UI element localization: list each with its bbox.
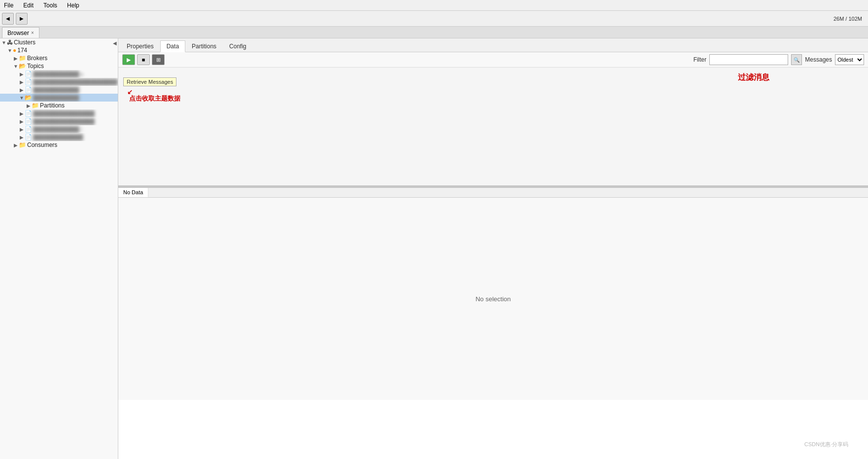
- browser-tab-label: Browser: [7, 30, 29, 36]
- tree-topic-selected[interactable]: ▼ 📂 ████████████: [0, 94, 118, 102]
- grid-btn[interactable]: ⊞: [152, 54, 165, 65]
- no-selection-text: No selection: [476, 295, 511, 303]
- tab-partitions[interactable]: Partitions: [185, 40, 223, 52]
- bottom-content: No selection: [118, 198, 868, 400]
- browser-tabbar: Browser ×: [0, 27, 868, 38]
- tab-properties[interactable]: Properties: [120, 40, 160, 52]
- bottom-tab-nodata[interactable]: No Data: [118, 188, 148, 197]
- bottom-tabs: No Data: [118, 188, 868, 198]
- menu-tools[interactable]: Tools: [41, 1, 59, 10]
- topic-selected-toggle[interactable]: ▼: [19, 95, 25, 101]
- topic-2-icon: 📄: [25, 78, 32, 85]
- bottom-panel: No Data No selection: [118, 188, 868, 400]
- partitions-icon: 📁: [32, 102, 39, 109]
- tab-data[interactable]: Data: [160, 40, 185, 52]
- partitions-toggle[interactable]: ▶: [26, 103, 32, 108]
- topic-5-label: ████████████████: [33, 110, 95, 116]
- cluster-icon: ●: [13, 47, 16, 54]
- topic-6-label: ████████████████: [33, 118, 95, 124]
- tree-brokers[interactable]: ▶ 📁 Brokers: [0, 54, 118, 62]
- topic-selected-icon: 📂: [25, 94, 32, 101]
- partitions-label: Partitions: [40, 102, 65, 109]
- menu-file[interactable]: File: [2, 1, 15, 10]
- topic-2-toggle[interactable]: ▶: [19, 79, 25, 85]
- main-layout: ◀ ▼ 🖧 Clusters ▼ ● 174 ▶ 📁 Brokers ▼ 📂 T…: [0, 38, 868, 459]
- toolbar-btn-forward[interactable]: ▶: [16, 13, 28, 25]
- tree-topic-8[interactable]: ▶ 📄 █████████████: [0, 133, 118, 141]
- cluster-174-toggle[interactable]: ▼: [7, 48, 13, 53]
- topic-8-label: █████████████: [33, 134, 83, 140]
- topic-3-label: ████████████: [33, 87, 79, 93]
- tree-partitions[interactable]: ▶ 📁 Partitions: [0, 102, 118, 109]
- browser-tab-close[interactable]: ×: [31, 30, 34, 35]
- menu-edit[interactable]: Edit: [21, 1, 35, 10]
- content-tabs: Properties Data Partitions Config: [118, 38, 868, 52]
- topic-1-icon: 📄: [25, 71, 32, 77]
- stop-btn[interactable]: ■: [137, 54, 150, 65]
- topics-icon: 📂: [19, 63, 26, 70]
- topic-3-icon: 📄: [25, 86, 32, 93]
- play-btn[interactable]: ▶: [122, 54, 135, 65]
- tree-topic-6[interactable]: ▶ 📄 ████████████████: [0, 117, 118, 125]
- clusters-toggle[interactable]: ▼: [1, 40, 7, 45]
- tree-topic-3[interactable]: ▶ 📄 ████████████: [0, 86, 118, 94]
- sidebar-collapse-btn[interactable]: ◀: [113, 40, 117, 46]
- clusters-label: Clusters: [14, 39, 35, 46]
- data-toolbar: ▶ ■ ⊞ Filter 🔍 Messages Oldest Newest: [118, 52, 868, 68]
- filter-chinese-annotation: 过滤消息: [738, 72, 769, 83]
- chinese-annotation: 点击收取主题数据: [129, 94, 180, 103]
- topic-1-toggle[interactable]: ▶: [19, 71, 25, 77]
- topic-selected-label: ████████████: [33, 95, 79, 101]
- brokers-label: Brokers: [27, 55, 47, 62]
- topic-6-toggle[interactable]: ▶: [19, 119, 25, 124]
- topic-7-icon: 📄: [25, 126, 32, 133]
- oldest-select[interactable]: Oldest Newest: [835, 54, 864, 65]
- content-area: Properties Data Partitions Config ▶ ■ ⊞ …: [118, 38, 868, 459]
- consumers-toggle[interactable]: ▶: [13, 142, 19, 148]
- filter-input[interactable]: [709, 54, 788, 65]
- tree-topic-2[interactable]: ▶ 📄 ██████████████████████: [0, 78, 118, 86]
- menubar: File Edit Tools Help: [0, 0, 868, 11]
- topic-3-toggle[interactable]: ▶: [19, 87, 25, 93]
- consumers-icon: 📁: [19, 141, 26, 148]
- topics-label: Topics: [27, 63, 44, 70]
- cluster-174-label: 174: [17, 47, 27, 54]
- browser-tab[interactable]: Browser ×: [2, 27, 39, 38]
- topics-toggle[interactable]: ▼: [13, 64, 19, 69]
- memory-label: 26M / 102M: [833, 16, 866, 22]
- retrieve-tooltip: Retrieve Messages: [123, 77, 176, 86]
- retrieve-arrow: ↙: [127, 88, 133, 96]
- toolbar: ◀ ▶ 26M / 102M: [0, 11, 868, 27]
- tree-consumers[interactable]: ▶ 📁 Consumers: [0, 141, 118, 149]
- topic-1-label: ████████████ ▸: [33, 71, 84, 77]
- topic-6-icon: 📄: [25, 118, 32, 125]
- tree-cluster-174[interactable]: ▼ ● 174: [0, 46, 118, 54]
- sidebar: ◀ ▼ 🖧 Clusters ▼ ● 174 ▶ 📁 Brokers ▼ 📂 T…: [0, 38, 118, 459]
- toolbar-btn-back[interactable]: ◀: [2, 13, 14, 25]
- filter-label: Filter: [694, 56, 707, 63]
- tree-topics[interactable]: ▼ 📂 Topics: [0, 62, 118, 70]
- topic-8-icon: 📄: [25, 134, 32, 141]
- menu-help[interactable]: Help: [65, 1, 81, 10]
- clusters-icon: 🖧: [7, 39, 13, 46]
- topic-5-icon: 📄: [25, 110, 32, 117]
- messages-label: Messages: [805, 56, 832, 63]
- filter-btn[interactable]: 🔍: [791, 54, 802, 65]
- tree-topic-1[interactable]: ▶ 📄 ████████████ ▸: [0, 70, 118, 78]
- tree-clusters[interactable]: ▼ 🖧 Clusters: [0, 38, 118, 46]
- upper-data-panel: Retrieve Messages ↙ 点击收取主题数据 过滤消息: [118, 68, 868, 186]
- topic-8-toggle[interactable]: ▶: [19, 135, 25, 140]
- topic-7-label: ████████████ (: [33, 126, 82, 132]
- tab-config[interactable]: Config: [223, 40, 253, 52]
- tree-topic-7[interactable]: ▶ 📄 ████████████ (: [0, 125, 118, 133]
- topic-2-label: ██████████████████████: [33, 79, 117, 85]
- topic-7-toggle[interactable]: ▶: [19, 127, 25, 132]
- tree-topic-5[interactable]: ▶ 📄 ████████████████: [0, 109, 118, 117]
- brokers-icon: 📁: [19, 55, 26, 62]
- topic-5-toggle[interactable]: ▶: [19, 111, 25, 116]
- consumers-label: Consumers: [27, 141, 57, 148]
- brokers-toggle[interactable]: ▶: [13, 56, 19, 61]
- filter-area: Filter 🔍 Messages Oldest Newest: [694, 54, 864, 65]
